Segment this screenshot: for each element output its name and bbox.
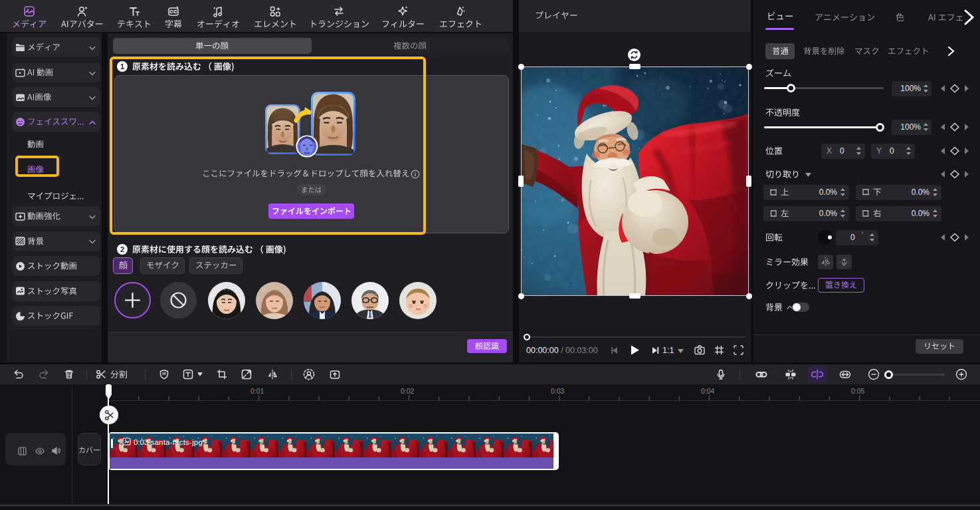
svg-text:GIF: GIF [17, 317, 24, 320]
